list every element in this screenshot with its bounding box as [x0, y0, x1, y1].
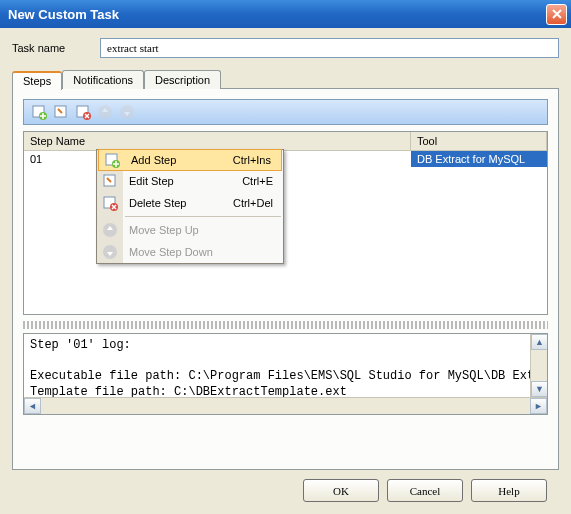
ctx-move-up: Move Step Up [97, 219, 283, 241]
scroll-down-icon[interactable]: ▼ [531, 381, 548, 397]
ctx-delete-step[interactable]: Delete Step Ctrl+Del [97, 192, 283, 214]
delete-icon [97, 195, 123, 211]
scroll-up-icon[interactable]: ▲ [531, 334, 548, 350]
tab-steps[interactable]: Steps [12, 71, 62, 90]
cell-tool: DB Extract for MySQL [411, 151, 547, 167]
add-icon [99, 152, 125, 168]
down-icon [97, 244, 123, 260]
delete-step-button[interactable] [74, 103, 92, 121]
task-name-input[interactable] [100, 38, 559, 58]
edit-step-button[interactable] [52, 103, 70, 121]
scroll-left-icon[interactable]: ◄ [24, 398, 41, 414]
ok-button[interactable]: OK [303, 479, 379, 502]
context-menu: Add Step Ctrl+Ins Edit Step Ctrl+E Delet… [96, 149, 284, 264]
help-button[interactable]: Help [471, 479, 547, 502]
log-panel: Step '01' log: Executable file path: C:\… [23, 333, 548, 415]
splitter[interactable] [23, 321, 548, 329]
cancel-button[interactable]: Cancel [387, 479, 463, 502]
ctx-add-step[interactable]: Add Step Ctrl+Ins [98, 149, 282, 171]
toolbar [23, 99, 548, 125]
col-tool[interactable]: Tool [411, 132, 547, 150]
tab-notifications[interactable]: Notifications [62, 70, 144, 89]
tab-bar: Steps Notifications Description [12, 70, 559, 89]
close-button[interactable] [546, 4, 567, 25]
move-up-button[interactable] [96, 103, 114, 121]
ctx-move-down: Move Step Down [97, 241, 283, 263]
window-title: New Custom Task [8, 7, 546, 22]
tab-description[interactable]: Description [144, 70, 221, 89]
titlebar: New Custom Task [0, 0, 571, 28]
col-step-name[interactable]: Step Name [24, 132, 411, 150]
steps-panel: Step Name Tool 01 DB Extract for MySQL A… [12, 88, 559, 470]
horizontal-scrollbar[interactable]: ◄ ► [24, 397, 547, 414]
move-down-button[interactable] [118, 103, 136, 121]
up-icon [97, 222, 123, 238]
scroll-right-icon[interactable]: ► [530, 398, 547, 414]
edit-icon [97, 173, 123, 189]
add-step-button[interactable] [30, 103, 48, 121]
vertical-scrollbar[interactable]: ▲ ▼ [530, 334, 547, 397]
task-name-label: Task name [12, 42, 84, 54]
ctx-edit-step[interactable]: Edit Step Ctrl+E [97, 170, 283, 192]
